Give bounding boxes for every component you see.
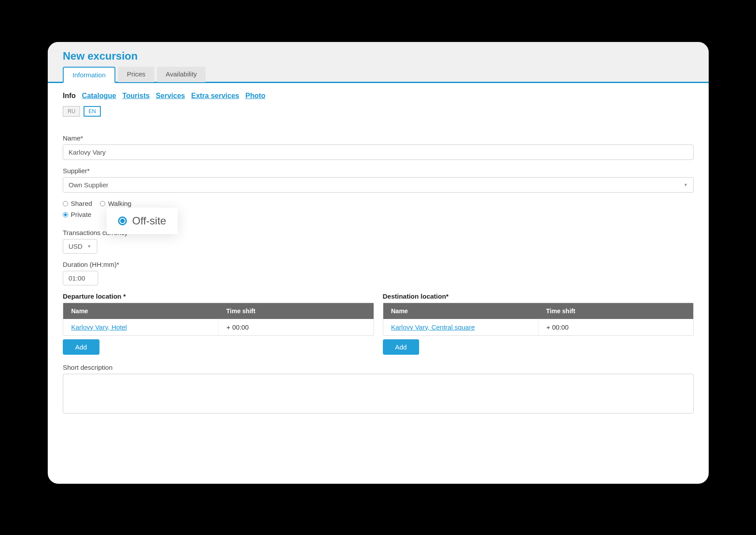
header-area: New excursion Information Prices Availab… (48, 42, 709, 83)
subnav-catalogue[interactable]: Catalogue (82, 92, 116, 100)
radio-private[interactable]: Private (63, 211, 92, 218)
departure-name-link[interactable]: Karlovy Vary, Hotel (71, 323, 127, 331)
tab-prices[interactable]: Prices (118, 67, 154, 82)
offsite-popup[interactable]: Off-site (107, 208, 178, 234)
destination-timeshift: + 00:00 (538, 319, 693, 335)
window: New excursion Information Prices Availab… (48, 42, 709, 484)
radio-private-label: Private (71, 211, 92, 218)
col-name-header: Name (383, 303, 538, 319)
supplier-select[interactable]: Own Supplier ▼ (63, 177, 694, 193)
duration-label: Duration (HH:mm)* (63, 261, 694, 268)
radio-shared-label: Shared (71, 200, 92, 207)
tab-availability[interactable]: Availability (157, 67, 206, 82)
destination-name-link[interactable]: Karlovy Vary, Central square (391, 323, 475, 331)
radio-icon (118, 216, 127, 225)
departure-table: Name Time shift Karlovy Vary, Hotel + 00… (63, 303, 374, 336)
radio-icon (63, 201, 68, 206)
radio-icon (100, 201, 105, 206)
col-name-header: Name (63, 303, 218, 319)
radio-shared[interactable]: Shared (63, 200, 92, 207)
tab-information[interactable]: Information (63, 67, 115, 83)
subnav: Info Catalogue Tourists Services Extra s… (63, 92, 694, 100)
short-description-input[interactable] (63, 374, 694, 414)
departure-label: Departure location * (63, 292, 374, 300)
name-label: Name* (63, 134, 694, 142)
col-timeshift-header: Time shift (538, 303, 693, 319)
chevron-down-icon: ▼ (87, 244, 92, 249)
destination-table: Name Time shift Karlovy Vary, Central sq… (383, 303, 694, 336)
short-description-label: Short description (63, 364, 694, 371)
content: Info Catalogue Tourists Services Extra s… (48, 83, 709, 428)
type-radio-group: Shared Private Walking Off-site (63, 200, 694, 218)
duration-input[interactable] (63, 271, 98, 285)
language-row: RU EN (63, 106, 694, 117)
radio-walking[interactable]: Walking (100, 200, 131, 207)
subnav-info[interactable]: Info (63, 92, 76, 100)
supplier-label: Supplier* (63, 167, 694, 175)
departure-timeshift: + 00:00 (218, 319, 373, 335)
name-input[interactable] (63, 144, 694, 160)
table-row: Karlovy Vary, Central square + 00:00 (383, 319, 694, 335)
add-departure-button[interactable]: Add (63, 339, 99, 355)
add-destination-button[interactable]: Add (383, 339, 420, 355)
subnav-extra-services[interactable]: Extra services (191, 92, 239, 100)
chevron-down-icon: ▼ (683, 182, 688, 187)
page-title: New excursion (48, 50, 709, 67)
destination-label: Destination location* (383, 292, 694, 300)
currency-value: USD (69, 243, 83, 250)
subnav-photo[interactable]: Photo (245, 92, 265, 100)
lang-ru-button[interactable]: RU (63, 106, 80, 117)
col-timeshift-header: Time shift (218, 303, 374, 319)
radio-icon (63, 212, 68, 217)
currency-select[interactable]: USD ▼ (63, 239, 97, 254)
lang-en-button[interactable]: EN (84, 106, 101, 117)
main-tabs: Information Prices Availability (48, 67, 709, 83)
radio-offsite-label: Off-site (132, 215, 166, 227)
supplier-value: Own Supplier (69, 181, 108, 189)
subnav-services[interactable]: Services (156, 92, 185, 100)
table-row: Karlovy Vary, Hotel + 00:00 (63, 319, 374, 335)
departure-column: Departure location * Name Time shift Kar… (63, 292, 374, 355)
destination-column: Destination location* Name Time shift Ka… (383, 292, 694, 355)
radio-walking-label: Walking (108, 200, 131, 207)
subnav-tourists[interactable]: Tourists (122, 92, 150, 100)
